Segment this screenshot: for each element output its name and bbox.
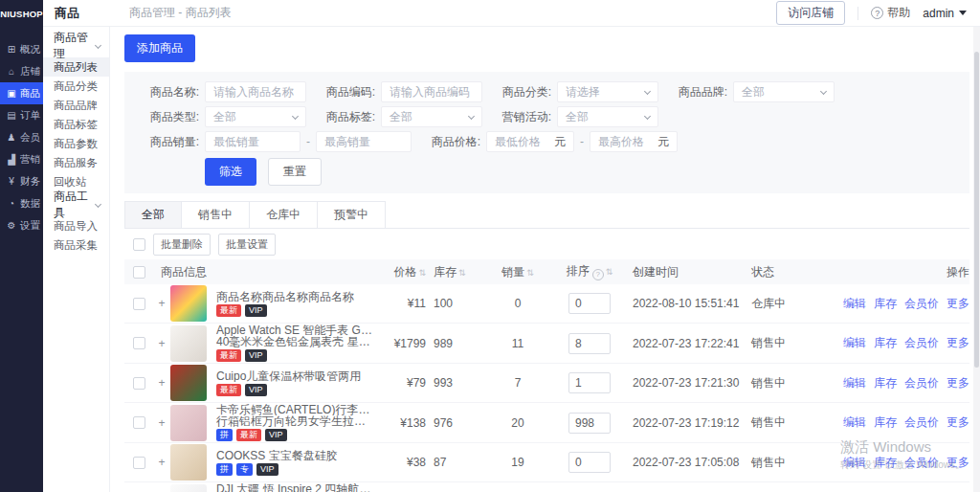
action-member-price-link[interactable]: 会员价	[904, 456, 939, 469]
action-member-price-link[interactable]: 会员价	[904, 415, 939, 429]
goods-category-select[interactable]: 请选择	[557, 81, 658, 102]
goods-brand-select[interactable]: 全部	[733, 81, 835, 102]
price-range-min-input-box[interactable]: 元	[486, 131, 574, 152]
sort-input[interactable]	[568, 452, 611, 473]
product-name[interactable]: DJI 大疆 悟 Inspire 2 四轴航拍飞	[216, 483, 372, 492]
sidebar-item-settings[interactable]: ⚙设置	[0, 214, 43, 236]
submenu-item[interactable]: 商品标签	[43, 115, 109, 134]
sales-range-max-input[interactable]	[324, 135, 403, 148]
price-range-max-input[interactable]	[598, 135, 654, 148]
add-product-button[interactable]: 添加商品	[124, 34, 195, 62]
sidebar-item-shop[interactable]: ⌂店铺	[0, 60, 43, 82]
sidebar-item-data[interactable]: ◔数据	[0, 192, 43, 214]
submenu-group-goods-manage[interactable]: 商品管理	[43, 34, 109, 57]
product-name[interactable]: COOKSS 宝宝餐盘硅胶	[216, 450, 372, 461]
action-more-link[interactable]: 更多	[947, 456, 969, 469]
submenu-item[interactable]: 商品导入	[43, 216, 109, 235]
product-name[interactable]: Cuipo儿童保温杯带吸管两用	[216, 370, 372, 382]
product-name[interactable]: Apple Watch SE 智能手表 GPS款	[216, 324, 372, 336]
submenu-group-goods-tools[interactable]: 商品工具	[43, 193, 109, 216]
action-stock-link[interactable]: 库存	[874, 415, 897, 429]
action-edit-link[interactable]: 编辑	[843, 456, 866, 469]
product-name[interactable]: 行箱铝框万向轮男女学生拉杆箱...	[216, 415, 372, 427]
expand-icon[interactable]: +	[153, 337, 170, 350]
price-range-max-input-box[interactable]: 元	[590, 131, 678, 152]
product-name[interactable]: 40毫米米金色铝金属表壳 星光...	[216, 336, 372, 347]
submenu-item[interactable]: 商品分类	[43, 77, 109, 96]
row-checkbox[interactable]	[133, 457, 145, 469]
submenu-item[interactable]: 商品品牌	[43, 96, 109, 115]
row-checkbox[interactable]	[133, 377, 145, 390]
row-checkbox[interactable]	[133, 298, 145, 310]
goods-type-select[interactable]: 全部	[205, 106, 306, 127]
action-stock-link[interactable]: 库存	[874, 456, 897, 469]
action-member-price-link[interactable]: 会员价	[904, 336, 939, 349]
help-button[interactable]: ? 帮助	[871, 5, 910, 21]
header-checkbox[interactable]	[133, 266, 145, 279]
sidebar-item-goods[interactable]: ▣商品	[0, 82, 43, 104]
row-checkbox[interactable]	[133, 337, 145, 349]
submenu-item[interactable]: 商品参数	[43, 134, 109, 153]
sort-input[interactable]	[568, 333, 611, 354]
expand-icon[interactable]: +	[153, 456, 170, 469]
expand-icon[interactable]: +	[153, 297, 170, 310]
submenu-item[interactable]: 商品采集	[43, 235, 109, 255]
sort-icon[interactable]: ⇅	[526, 268, 534, 278]
action-stock-link[interactable]: 库存	[874, 336, 897, 349]
action-edit-link[interactable]: 编辑	[843, 376, 866, 390]
row-checkbox[interactable]	[133, 416, 145, 429]
action-edit-link[interactable]: 编辑	[843, 336, 866, 349]
sidebar-item-finance[interactable]: ¥财务	[0, 170, 43, 192]
action-more-link[interactable]: 更多	[947, 376, 969, 390]
tab-warehouse[interactable]: 仓库中	[250, 201, 318, 228]
filter-submit-button[interactable]: 筛选	[205, 158, 256, 186]
sidebar-item-members[interactable]: ♟会员	[0, 126, 43, 148]
goods-code-input[interactable]	[390, 85, 474, 99]
sidebar-item-marketing[interactable]: ▟营销	[0, 148, 43, 170]
goods-label-select[interactable]: 全部	[381, 106, 482, 127]
visit-shop-button[interactable]: 访问店铺	[776, 1, 845, 25]
action-stock-link[interactable]: 库存	[874, 297, 897, 310]
sort-icon[interactable]: ⇅	[606, 267, 613, 277]
action-more-link[interactable]: 更多	[947, 297, 969, 310]
sort-input[interactable]	[568, 372, 611, 393]
submenu-item[interactable]: 商品服务	[43, 153, 109, 172]
goods-code-input-box[interactable]	[381, 81, 482, 102]
expand-icon[interactable]: +	[153, 416, 170, 430]
sales-range-max-input-box[interactable]	[316, 131, 412, 152]
action-stock-link[interactable]: 库存	[874, 376, 897, 390]
goods-name-input-box[interactable]	[205, 81, 306, 102]
expand-icon[interactable]: +	[153, 376, 170, 390]
sort-icon[interactable]: ⇅	[418, 268, 426, 278]
action-member-price-link[interactable]: 会员价	[904, 297, 939, 310]
sidebar-item-orders[interactable]: ▤订单	[0, 104, 43, 126]
action-edit-link[interactable]: 编辑	[843, 415, 866, 429]
goods-name-input[interactable]	[213, 85, 298, 99]
user-menu[interactable]: admin	[923, 7, 967, 20]
marketing-activity-select[interactable]: 全部	[557, 106, 658, 127]
sort-icon[interactable]: ⇅	[458, 268, 466, 278]
bulk-set-button[interactable]: 批量设置	[218, 234, 276, 256]
sort-help-icon[interactable]: ?	[592, 269, 604, 280]
sales-range-min-input[interactable]	[213, 135, 292, 148]
product-name[interactable]: 卡帝乐鳄鱼(CARTELO)行李箱旅	[216, 404, 372, 415]
sort-input[interactable]	[568, 293, 611, 314]
action-more-link[interactable]: 更多	[947, 415, 969, 429]
sales-range-min-input-box[interactable]	[205, 131, 301, 152]
action-member-price-link[interactable]: 会员价	[904, 376, 939, 390]
submenu-item[interactable]: 商品列表	[43, 57, 109, 77]
price-range-min-input[interactable]	[495, 135, 550, 148]
sort-input[interactable]	[568, 413, 611, 434]
tab-selling[interactable]: 销售中	[182, 201, 250, 228]
sidebar-item-overview[interactable]: ⊞概况	[0, 38, 43, 60]
tab-warning[interactable]: 预警中	[318, 201, 386, 228]
scrollbar[interactable]	[973, 27, 980, 492]
tab-all[interactable]: 全部	[124, 201, 182, 228]
bulk-delete-button[interactable]: 批量删除	[153, 234, 211, 256]
scrollbar-thumb[interactable]	[974, 52, 979, 368]
action-more-link[interactable]: 更多	[947, 336, 969, 349]
action-edit-link[interactable]: 编辑	[843, 297, 866, 310]
select-all-checkbox[interactable]	[133, 238, 145, 251]
product-name[interactable]: 商品名称商品名称商品名称	[216, 291, 372, 302]
filter-reset-button[interactable]: 重置	[268, 158, 322, 186]
